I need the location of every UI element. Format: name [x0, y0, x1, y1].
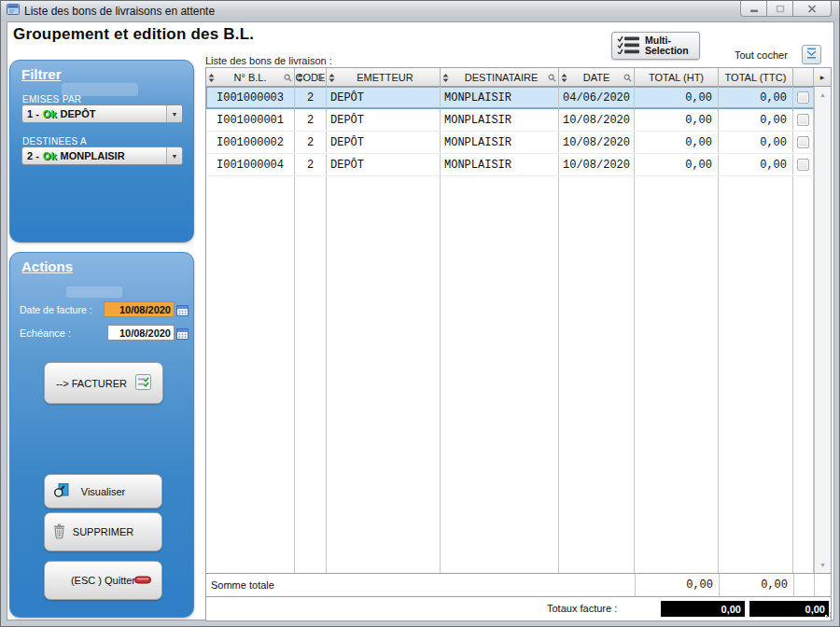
cell-total-ttc: 0,00 [719, 132, 793, 153]
calendar-icon[interactable] [176, 303, 189, 320]
actions-panel: Actions Date de facture : 10/08/2020 Ech… [9, 252, 194, 618]
corner-arrow-icon[interactable]: ▶ [814, 68, 831, 86]
cell-date: 10/08/2020 [559, 154, 635, 175]
table-row[interactable]: I001000001 2 DEPÔT MONPLAISIR 10/08/2020… [206, 109, 814, 132]
delivery-notes-grid: N° B.L. CODE EMETTEUR DESTINATAIRE [205, 67, 832, 597]
totals-bar: Totaux facture : 0,00 0,00 [205, 597, 832, 621]
sort-icon[interactable] [297, 73, 303, 84]
emises-par-label: EMISES PAR [22, 94, 81, 104]
search-icon[interactable] [284, 73, 292, 84]
chevron-down-icon[interactable]: ▼ [166, 147, 182, 164]
facturer-button-label: --> FACTURER [56, 378, 127, 389]
table-body: I001000003 2 DEPÔT MONPLAISIR 04/06/2020… [206, 87, 831, 573]
cell-code: 2 [295, 154, 327, 175]
sort-icon[interactable] [329, 73, 335, 84]
tout-cocher-button[interactable] [802, 45, 821, 64]
search-icon[interactable] [623, 73, 632, 84]
cell-no-bl: I001000001 [206, 109, 295, 131]
calendar-icon[interactable] [176, 327, 189, 343]
column-header-total-ttc[interactable]: TOTAL (TTC) [719, 68, 793, 86]
window-title: Liste des bons de livraisons en attente [24, 5, 215, 18]
cell-date: 10/08/2020 [559, 132, 635, 153]
row-checkbox[interactable] [797, 91, 809, 104]
sort-icon[interactable] [561, 73, 567, 84]
column-header-checkbox [793, 68, 814, 86]
visualiser-button[interactable]: Visualiser [44, 474, 162, 509]
cell-destinataire: MONPLAISIR [441, 87, 559, 108]
dropdown-value-text: DEPÔT [61, 108, 96, 119]
titlebar[interactable]: Liste des bons de livraisons en attente [1, 1, 839, 21]
multi-selection-button[interactable]: Multi- Selection [611, 32, 700, 60]
column-header-destinataire[interactable]: DESTINATAIRE [441, 68, 559, 86]
date-facture-input[interactable]: 10/08/2020 [104, 301, 175, 317]
filter-panel: Filtrer EMISES PAR 1 - Ok DEPÔT ▼ DESTIN… [9, 60, 194, 243]
checkbox-cell [793, 154, 814, 175]
supprimer-button-label: SUPPRIMER [73, 526, 133, 537]
table-header: N° B.L. CODE EMETTEUR DESTINATAIRE [206, 68, 831, 87]
destinees-a-label: DESTINEES A [22, 136, 87, 146]
cell-total-ht: 0,00 [635, 154, 719, 175]
sort-icon[interactable] [442, 73, 449, 84]
gloss-highlight [66, 286, 122, 298]
sort-icon[interactable] [208, 73, 215, 84]
dropdown-value-ok: Ok [43, 108, 57, 119]
cell-code: 2 [295, 109, 327, 131]
cell-emetteur: DEPÔT [327, 109, 441, 131]
minimize-button[interactable] [740, 1, 767, 17]
search-icon[interactable] [548, 73, 556, 84]
table-footer: Somme totale 0,00 0,00 [206, 573, 831, 596]
column-header-date[interactable]: DATE [559, 68, 635, 86]
totaux-facture-label: Totaux facture : [547, 603, 617, 614]
row-checkbox[interactable] [797, 136, 809, 148]
tout-cocher-label: Tout cocher [735, 49, 788, 61]
destinees-a-dropdown[interactable]: 2 - Ok MONPLAISIR ▼ [21, 146, 183, 165]
maximize-button[interactable] [766, 1, 793, 17]
quitter-button[interactable]: (ESC ) Quitter [44, 561, 162, 600]
cell-no-bl: I001000003 [206, 87, 295, 108]
scroll-down-button[interactable]: ▼ [816, 558, 830, 572]
footer-total-ttc: 0,00 [719, 574, 793, 596]
visualiser-button-label: Visualiser [81, 486, 126, 497]
cell-destinataire: MONPLAISIR [441, 109, 559, 131]
facturer-button[interactable]: --> FACTURER [44, 362, 163, 404]
empty-grid-area [206, 176, 814, 573]
window-icon [7, 3, 20, 20]
table-row[interactable]: I001000002 2 DEPÔT MONPLAISIR 10/08/2020… [206, 132, 814, 154]
total-facture-ttc: 0,00 [749, 601, 829, 617]
invoice-checklist-icon [135, 374, 151, 392]
cell-code: 2 [295, 132, 327, 153]
table-row[interactable]: I001000003 2 DEPÔT MONPLAISIR 04/06/2020… [206, 87, 814, 109]
scroll-up-button[interactable]: ▲ [816, 88, 830, 102]
column-header-no-bl[interactable]: N° B.L. [206, 68, 295, 86]
search-icon[interactable] [315, 73, 324, 84]
exit-pill-icon [134, 575, 151, 586]
echeance-input[interactable]: 10/08/2020 [107, 325, 175, 341]
table-caption: Liste des bons de livraison : [205, 55, 332, 66]
chevron-down-icon[interactable]: ▼ [166, 105, 182, 122]
cell-no-bl: I001000004 [206, 154, 295, 175]
column-header-emetteur[interactable]: EMETTEUR [327, 68, 441, 86]
trash-icon [52, 523, 66, 541]
multi-selection-label: Multi- Selection [645, 35, 689, 56]
somme-totale-label: Somme totale [206, 574, 635, 596]
cell-date: 10/08/2020 [559, 109, 635, 131]
footer-total-ht: 0,00 [635, 574, 719, 596]
app-window: Liste des bons de livraisons en attente … [0, 0, 840, 627]
page-title: Groupement et edition des B.L. [13, 25, 254, 44]
column-header-total-ht[interactable]: TOTAL (HT) [635, 68, 719, 86]
table-row[interactable]: I001000004 2 DEPÔT MONPLAISIR 10/08/2020… [206, 154, 814, 176]
cell-emetteur: DEPÔT [327, 154, 441, 175]
dropdown-value-prefix: 1 - [27, 108, 39, 119]
dropdown-value-prefix: 2 - [27, 150, 39, 161]
cell-total-ht: 0,00 [635, 87, 719, 108]
row-checkbox[interactable] [797, 114, 809, 126]
supprimer-button[interactable]: SUPPRIMER [44, 512, 162, 551]
cell-code: 2 [295, 87, 327, 108]
resize-grip[interactable] [822, 608, 832, 618]
close-button[interactable] [792, 1, 832, 17]
row-checkbox[interactable] [797, 159, 809, 171]
emises-par-dropdown[interactable]: 1 - Ok DEPÔT ▼ [21, 104, 183, 123]
filter-panel-title: Filtrer [21, 66, 62, 82]
column-header-code[interactable]: CODE [295, 68, 327, 86]
vertical-scrollbar[interactable]: ▲ ▼ [814, 87, 831, 573]
